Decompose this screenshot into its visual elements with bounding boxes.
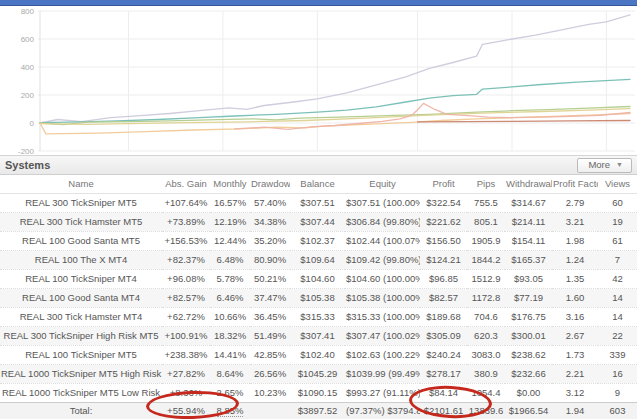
cell-balance: $104.60 xyxy=(290,269,345,288)
cell-equity: $102.44 (100.07%) xyxy=(345,231,420,250)
cell-withdrawals: $154.11 xyxy=(505,231,552,250)
col-header-name[interactable]: Name xyxy=(0,175,162,193)
cell-profit: $96.85 xyxy=(420,269,467,288)
cell-pips: 755.5 xyxy=(467,193,505,212)
table-row[interactable]: REAL 100 Good Santa MT5+156.53%12.44%35.… xyxy=(0,231,637,250)
table-row[interactable]: REAL 100 The X MT4+82.37%6.48%80.90%$109… xyxy=(0,250,637,269)
col-header-monthly[interactable]: Monthly xyxy=(210,175,250,193)
cell-profit: $221.62 xyxy=(420,212,467,231)
cell-profit: $189.68 xyxy=(420,307,467,326)
cell-abs_gain: +107.64% xyxy=(162,193,210,212)
cell-equity: $306.84 (99.80%) xyxy=(345,212,420,231)
table-row[interactable]: REAL 1000 TickSniper MT5 Low Risk+8.36%2… xyxy=(0,383,637,402)
cell-profit_factor: 2.79 xyxy=(552,193,598,212)
systems-table: NameAbs. GainMonthlyDrawdownBalanceEquit… xyxy=(0,175,637,419)
app-window: 8006004002000-200 Systems More ▼ NameAbs… xyxy=(0,0,637,419)
cell-monthly: 16.57% xyxy=(210,193,250,212)
cell-pips: 3083.0 xyxy=(467,345,505,364)
cell-profit_factor: 1.24 xyxy=(552,250,598,269)
total-cell-pips: 13839.6 xyxy=(467,402,505,419)
cell-withdrawals: $214.11 xyxy=(505,212,552,231)
cell-name[interactable]: REAL 1000 TickSniper MT5 High Risk xyxy=(0,364,162,383)
cell-monthly: 5.78% xyxy=(210,269,250,288)
cell-balance: $307.51 xyxy=(290,193,345,212)
systems-title: Systems xyxy=(5,159,50,171)
cell-name[interactable]: REAL 1000 TickSniper MT5 Low Risk xyxy=(0,383,162,402)
col-header-views[interactable]: Views xyxy=(598,175,637,193)
cell-drawdown: 57.40% xyxy=(250,193,290,212)
cell-views: 14 xyxy=(598,288,637,307)
table-row[interactable]: REAL 300 Tick Hamster MT5+73.89%12.19%34… xyxy=(0,212,637,231)
col-header-drawdown[interactable]: Drawdown xyxy=(250,175,290,193)
cell-balance: $1045.29 xyxy=(290,364,345,383)
cell-balance: $109.64 xyxy=(290,250,345,269)
svg-text:0: 0 xyxy=(30,119,35,128)
svg-text:600: 600 xyxy=(21,35,35,44)
cell-monthly: 2.65% xyxy=(210,383,250,402)
more-button[interactable]: More ▼ xyxy=(577,158,632,173)
cell-name[interactable]: REAL 100 Good Santa MT5 xyxy=(0,231,162,250)
systems-table-body: NameAbs. GainMonthlyDrawdownBalanceEquit… xyxy=(0,175,637,419)
table-row[interactable]: REAL 100 TickSniper MT4+96.08%5.78%50.21… xyxy=(0,269,637,288)
table-row[interactable]: REAL 300 TickSniper MT5+107.64%16.57%57.… xyxy=(0,193,637,212)
cell-pips: 704.6 xyxy=(467,307,505,326)
table-row[interactable]: REAL 300 Tick Hamster MT4+62.72%10.66%36… xyxy=(0,307,637,326)
cell-withdrawals: $314.67 xyxy=(505,193,552,212)
table-row[interactable]: REAL 1000 TickSniper MT5 High Risk+27.82… xyxy=(0,364,637,383)
cell-monthly: 12.19% xyxy=(210,212,250,231)
cell-profit_factor: 1.35 xyxy=(552,269,598,288)
cell-balance: $1090.15 xyxy=(290,383,345,402)
cell-profit: $84.14 xyxy=(420,383,467,402)
cell-name[interactable]: REAL 300 Tick Hamster MT4 xyxy=(0,307,162,326)
cell-name[interactable]: REAL 300 TickSniper High Risk MT5 xyxy=(0,326,162,345)
total-cell-abs_gain: +55.94% xyxy=(162,402,210,419)
table-row[interactable]: REAL 100 TickSniper MT5+238.38%14.41%42.… xyxy=(0,345,637,364)
cell-pips: 1844.2 xyxy=(467,250,505,269)
svg-text:-200: -200 xyxy=(18,147,35,156)
cell-views: 7 xyxy=(598,250,637,269)
cell-profit_factor: 3.21 xyxy=(552,212,598,231)
cell-withdrawals: $77.19 xyxy=(505,288,552,307)
cell-balance: $102.40 xyxy=(290,345,345,364)
col-header-equity[interactable]: Equity xyxy=(345,175,420,193)
cell-profit: $278.17 xyxy=(420,364,467,383)
cell-abs_gain: +156.53% xyxy=(162,231,210,250)
cell-pips: 1172.8 xyxy=(467,288,505,307)
cell-name[interactable]: REAL 100 Good Santa MT4 xyxy=(0,288,162,307)
col-header-profit_factor[interactable]: Profit Factor xyxy=(552,175,598,193)
cell-name[interactable]: REAL 100 TickSniper MT5 xyxy=(0,345,162,364)
cell-name[interactable]: REAL 300 Tick Hamster MT5 xyxy=(0,212,162,231)
cell-withdrawals: $300.01 xyxy=(505,326,552,345)
col-header-profit[interactable]: Profit xyxy=(420,175,467,193)
cell-drawdown: 26.56% xyxy=(250,364,290,383)
cell-equity: $315.33 (100.00%) xyxy=(345,307,420,326)
col-header-pips[interactable]: Pips xyxy=(467,175,505,193)
cell-name[interactable]: REAL 100 TickSniper MT4 xyxy=(0,269,162,288)
cell-profit: $156.50 xyxy=(420,231,467,250)
cell-equity: $993.27 (91.11%) xyxy=(345,383,420,402)
svg-text:200: 200 xyxy=(21,91,35,100)
table-row[interactable]: REAL 300 TickSniper High Risk MT5+100.91… xyxy=(0,326,637,345)
cell-pips: 1512.9 xyxy=(467,269,505,288)
cell-name[interactable]: REAL 100 The X MT4 xyxy=(0,250,162,269)
cell-monthly: 8.64% xyxy=(210,364,250,383)
col-header-balance[interactable]: Balance xyxy=(290,175,345,193)
table-row[interactable]: REAL 100 Good Santa MT4+82.57%6.46%37.47… xyxy=(0,288,637,307)
cell-withdrawals: $93.05 xyxy=(505,269,552,288)
col-header-withdrawals[interactable]: Withdrawals xyxy=(505,175,552,193)
total-cell-monthly: 8.85% xyxy=(210,402,250,419)
chevron-down-icon: ▼ xyxy=(616,161,623,168)
cell-equity: $1039.99 (99.49%) xyxy=(345,364,420,383)
cell-monthly: 18.32% xyxy=(210,326,250,345)
cell-abs_gain: +96.08% xyxy=(162,269,210,288)
cell-profit_factor: 2.67 xyxy=(552,326,598,345)
cell-name[interactable]: REAL 300 TickSniper MT5 xyxy=(0,193,162,212)
svg-text:800: 800 xyxy=(21,7,35,16)
cell-pips: 805.1 xyxy=(467,212,505,231)
cell-views: 22 xyxy=(598,326,637,345)
cell-drawdown: 42.85% xyxy=(250,345,290,364)
cell-views: 14 xyxy=(598,307,637,326)
col-header-abs_gain[interactable]: Abs. Gain xyxy=(162,175,210,193)
cell-withdrawals: $238.62 xyxy=(505,345,552,364)
cell-monthly: 14.41% xyxy=(210,345,250,364)
